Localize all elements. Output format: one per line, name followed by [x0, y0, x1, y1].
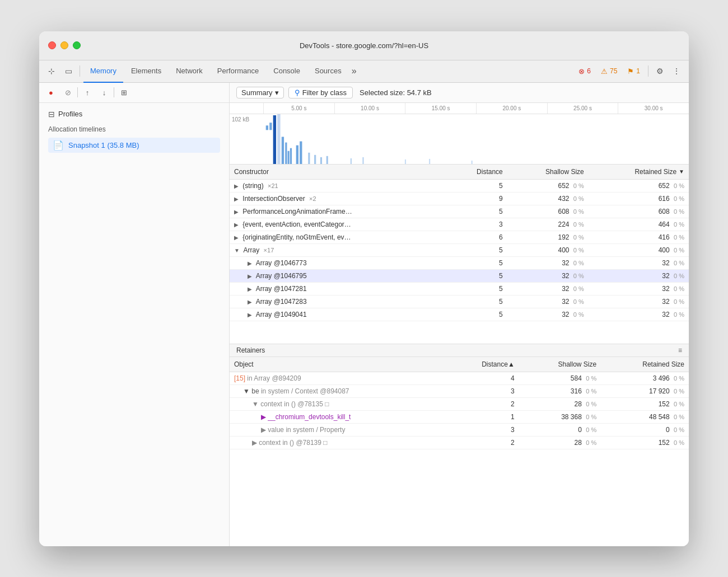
expand-icon[interactable]: ▶ — [248, 273, 252, 279]
svg-rect-14 — [351, 158, 352, 163]
table-row[interactable]: ▶ Array @1047283 5 32 0 % 32 0 % — [230, 295, 689, 308]
more-options-icon[interactable]: ⋮ — [669, 63, 684, 79]
constructor-name: Array @1047283 — [256, 298, 307, 306]
table-row[interactable]: ▶ {event, eventAction, eventCategor… 3 2… — [230, 218, 689, 231]
stop-button[interactable]: ⊘ — [60, 85, 75, 100]
error-badge: ⊗ 6 — [575, 66, 594, 77]
distance-cell: 5 — [447, 270, 507, 283]
table-row[interactable]: ▶ Array @1047281 5 32 0 % 32 0 % — [230, 283, 689, 295]
timeline-area[interactable]: 5.00 s 10.00 s 15.00 s 20.00 s 25.00 s 3… — [230, 103, 689, 165]
close-button[interactable] — [48, 41, 56, 49]
download-button[interactable]: ↓ — [97, 85, 111, 100]
table-row[interactable]: ▶ Array @1049041 5 32 0 % 32 0 % — [230, 308, 689, 321]
constructor-name: Array — [244, 246, 260, 254]
device-icon[interactable]: ▭ — [60, 63, 76, 79]
expand-icon[interactable]: ▶ — [248, 286, 252, 292]
constructor-table: Constructor Distance Shallow Size Retain… — [230, 165, 689, 322]
tab-network[interactable]: Network — [169, 60, 209, 83]
distance-cell: 5 — [447, 308, 507, 321]
timeline-axis: 5.00 s 10.00 s 15.00 s 20.00 s 25.00 s 3… — [230, 103, 689, 114]
ret-col-shallow: Shallow Size — [519, 357, 601, 372]
sidebar-item-snapshot[interactable]: 📄 Snapshot 1 (35.8 MB) — [48, 138, 220, 153]
expand-icon[interactable]: ▶ — [248, 260, 252, 266]
retainer-row[interactable]: ▶ __chromium_devtools_kill_t 1 38 368 0 … — [230, 410, 689, 423]
retainer-row[interactable]: [15] in Array @894209 4 584 0 % 3 496 0 … — [230, 372, 689, 384]
distance-cell: 5 — [447, 205, 507, 218]
tab-sources[interactable]: Sources — [308, 60, 348, 83]
constructor-name: Array @1049041 — [256, 311, 307, 318]
table-row[interactable]: ▼ Array ×17 5 400 0 % 400 0 % — [230, 244, 689, 257]
table-row[interactable]: ▶ IntersectionObserver ×2 9 432 0 % 616 … — [230, 193, 689, 205]
retainers-menu-icon[interactable]: ≡ — [678, 346, 682, 354]
retainer-retained-cell: 17 920 0 % — [601, 384, 689, 397]
retained-cell: 400 0 % — [589, 244, 689, 257]
expand-icon[interactable]: ▶ — [248, 299, 252, 305]
constructor-name: Array @1047281 — [256, 285, 307, 293]
shallow-cell: 32 0 % — [507, 270, 589, 283]
svg-rect-3 — [277, 114, 280, 164]
svg-rect-10 — [308, 152, 310, 163]
svg-rect-6 — [288, 151, 290, 163]
upload-button[interactable]: ↑ — [80, 85, 95, 100]
distance-cell: 5 — [447, 283, 507, 295]
distance-cell: 3 — [447, 218, 507, 231]
table-row[interactable]: ▶ PerformanceLongAnimationFrame… 5 608 0… — [230, 205, 689, 218]
sort-arrow-icon: ▼ — [679, 168, 684, 175]
expand-icon[interactable]: ▶ — [234, 209, 239, 215]
upper-table-scroll[interactable]: Constructor Distance Shallow Size Retain… — [230, 165, 689, 344]
devtools-nav: ⊹ ▭ Memory Elements Network Performance … — [39, 60, 689, 83]
inspect-icon[interactable]: ⊹ — [44, 63, 59, 79]
constructor-name: {originatingEntity, noGtmEvent, ev… — [242, 233, 351, 241]
retainer-row[interactable]: ▼ context in () @78135 □ 2 28 0 % 152 0 … — [230, 397, 689, 410]
table-row[interactable]: ▶ (string) ×21 5 652 0 % 652 0 % — [230, 180, 689, 193]
expand-icon[interactable]: ▶ — [234, 222, 239, 228]
tick-4: 20.00 s — [476, 103, 547, 114]
expand-icon[interactable]: ▼ — [234, 247, 240, 254]
retainer-distance-cell: 4 — [447, 372, 519, 384]
retained-cell: 616 0 % — [589, 193, 689, 205]
svg-rect-8 — [296, 145, 298, 163]
devtools-window: DevTools - store.google.com/?hl=en-US ⊹ … — [39, 31, 689, 546]
table-row[interactable]: ▶ {originatingEntity, noGtmEvent, ev… 6 … — [230, 231, 689, 244]
expand-icon[interactable]: ▶ — [234, 183, 239, 189]
retainers-scroll[interactable]: Object Distance▲ Shallow Size Retained S… — [230, 357, 689, 467]
col-retained: Retained Size ▼ — [589, 165, 689, 180]
shallow-cell: 400 0 % — [507, 244, 589, 257]
more-tabs-icon[interactable]: » — [349, 66, 359, 76]
tab-console[interactable]: Console — [267, 60, 307, 83]
tab-elements[interactable]: Elements — [124, 60, 168, 83]
filter-button[interactable]: ⚲ Filter by class — [288, 87, 353, 98]
retained-cell: 608 0 % — [589, 205, 689, 218]
svg-rect-5 — [285, 142, 287, 163]
retainer-row[interactable]: ▼ be in system / Context @894087 3 316 0… — [230, 384, 689, 397]
shallow-cell: 32 0 % — [507, 257, 589, 270]
gc-button[interactable]: ⊞ — [116, 85, 131, 100]
sidebar-content: ⊟ Profiles Allocation timelines 📄 Snapsh… — [39, 103, 229, 160]
tick-3: 15.00 s — [405, 103, 476, 114]
maximize-button[interactable] — [73, 41, 81, 49]
retainer-object-cell: ▼ context in () @78135 □ — [230, 397, 447, 410]
record-button[interactable]: ● — [44, 85, 58, 100]
tab-memory[interactable]: Memory — [83, 60, 123, 83]
summary-dropdown[interactable]: Summary ▾ — [236, 87, 284, 98]
expand-icon[interactable]: ▶ — [234, 196, 239, 202]
tick-2: 10.00 s — [334, 103, 405, 114]
tick-6: 30.00 s — [618, 103, 689, 114]
distance-cell: 6 — [447, 231, 507, 244]
retainer-row[interactable]: ▶ context in () @78139 □ 2 28 0 % 152 0 … — [230, 436, 689, 449]
constructor-name: {event, eventAction, eventCategor… — [242, 221, 351, 228]
settings-icon[interactable]: ⚙ — [652, 63, 668, 79]
distance-cell: 5 — [447, 257, 507, 270]
retained-cell: 32 0 % — [589, 270, 689, 283]
retainer-shallow-cell: 0 0 % — [519, 423, 601, 436]
minimize-button[interactable] — [60, 41, 68, 49]
retainer-row[interactable]: ▶ value in system / Property 3 0 0 % 0 0… — [230, 423, 689, 436]
expand-icon[interactable]: ▶ — [248, 312, 252, 318]
expand-icon[interactable]: ▶ — [234, 234, 239, 241]
tab-performance[interactable]: Performance — [211, 60, 265, 83]
timeline-chart[interactable] — [230, 114, 689, 164]
retainer-object-cell: ▶ __chromium_devtools_kill_t — [230, 410, 447, 423]
table-row[interactable]: ▶ Array @1046795 5 32 0 % 32 0 % — [230, 270, 689, 283]
table-row[interactable]: ▶ Array @1046773 5 32 0 % 32 0 % — [230, 257, 689, 270]
profiles-label: Profiles — [58, 110, 82, 118]
